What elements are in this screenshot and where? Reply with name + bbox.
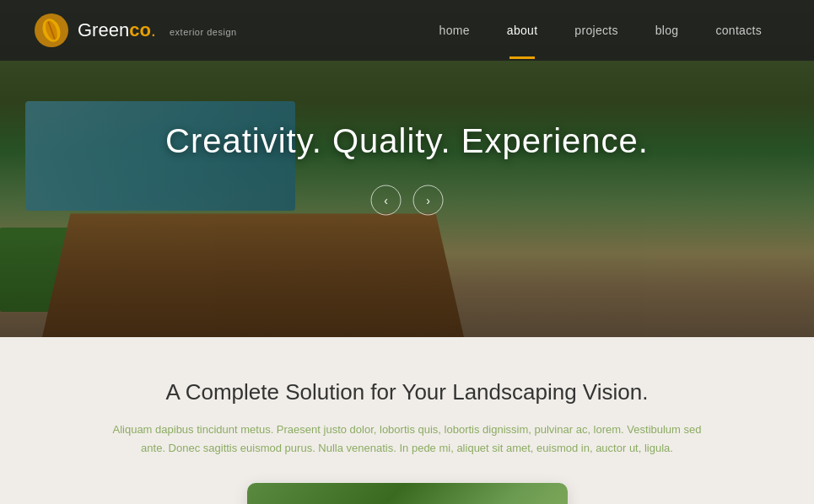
logo-name-start: Green <box>78 19 129 40</box>
nav-projects[interactable]: projects <box>556 2 636 59</box>
logo-dot: . <box>151 19 156 40</box>
intro-section: A Complete Solution for Your Landscaping… <box>0 337 814 504</box>
nav-home[interactable]: home <box>421 2 488 59</box>
nav-blog[interactable]: blog <box>637 2 698 59</box>
nav-contacts[interactable]: contacts <box>697 2 780 59</box>
hero-title: Creativity. Quality. Experience. <box>165 122 649 160</box>
logo-tagline: exterior design <box>170 27 237 37</box>
logo-name-bold: co <box>129 19 151 40</box>
logo[interactable]: Greenco. exterior design <box>34 13 237 48</box>
intro-heading: A Complete Solution for Your Landscaping… <box>34 379 780 405</box>
main-nav: home about projects blog contacts <box>421 2 780 59</box>
hero-content: Creativity. Quality. Experience. ‹ › <box>165 122 649 216</box>
prev-slide-button[interactable]: ‹ <box>371 185 402 216</box>
hero-arrows: ‹ › <box>165 185 649 216</box>
intro-body: Aliquam dapibus tincidunt metus. Praesen… <box>112 421 703 458</box>
site-header: Greenco. exterior design home about proj… <box>0 0 814 61</box>
logo-text-group: Greenco. <box>78 19 156 41</box>
preview-card <box>247 483 568 504</box>
next-slide-button[interactable]: › <box>413 185 444 216</box>
preview-card-image <box>247 483 568 504</box>
logo-icon <box>34 13 69 48</box>
nav-about[interactable]: about <box>488 2 557 59</box>
